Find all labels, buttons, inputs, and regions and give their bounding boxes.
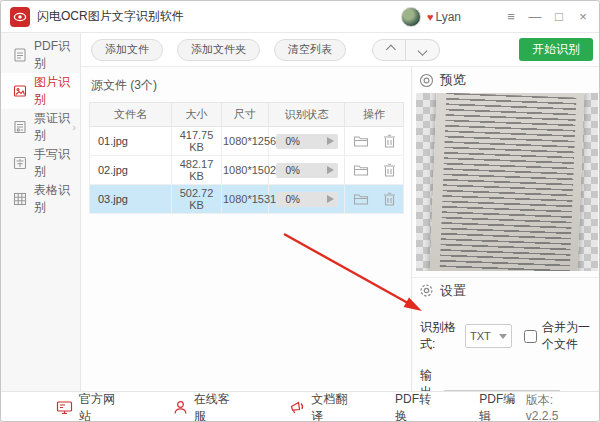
sidebar-item-pdf-recognition[interactable]: PDF识别 <box>1 37 80 73</box>
file-size: 482.17 KB <box>172 156 222 185</box>
sidebar-item-ticket-recognition[interactable]: 票证识别 › <box>1 109 80 145</box>
official-website-link[interactable]: 官方网站 <box>56 391 125 422</box>
format-label: 识别格式: <box>420 319 459 353</box>
clear-list-button[interactable]: 清空列表 <box>274 39 346 61</box>
open-folder-icon[interactable] <box>353 134 369 148</box>
merge-label: 合并为一个文件 <box>542 319 600 353</box>
file-table: 文件名 大小 尺寸 识别状态 操作 01.jpg 417.75 KB 1080*… <box>89 102 404 214</box>
pdf-document-icon <box>12 47 28 63</box>
sidebar-item-image-recognition[interactable]: 图片识别 <box>1 73 80 109</box>
file-dimensions: 1080*1531 <box>222 185 269 214</box>
title-bar: 闪电OCR图片文字识别软件 ♥ Lyan ≡ — □ × <box>1 1 600 33</box>
format-dropdown[interactable]: TXT <box>465 324 512 348</box>
version-label: 版本: v2.2.5 <box>526 392 587 422</box>
table-row[interactable]: 01.jpg 417.75 KB 1080*1256 0% <box>90 127 404 156</box>
document-translate-link[interactable]: 文档翻译 <box>289 391 357 422</box>
delete-trash-icon[interactable] <box>383 163 396 178</box>
vip-heart-icon: ♥ <box>427 11 434 23</box>
open-folder-icon[interactable] <box>353 163 369 177</box>
open-folder-icon[interactable] <box>353 192 369 206</box>
table-row-selected[interactable]: 03.jpg 502.72 KB 1080*1531 0% <box>90 185 404 214</box>
ticket-icon <box>12 119 28 135</box>
sidebar: PDF识别 图片识别 票证识别 › 手写识别 表格识别 <box>1 33 81 391</box>
user-avatar[interactable] <box>401 7 421 27</box>
maximize-button[interactable]: □ <box>547 9 571 24</box>
file-size: 502.72 KB <box>172 185 222 214</box>
gear-icon <box>419 283 434 298</box>
col-dimensions: 尺寸 <box>222 103 269 127</box>
move-down-button[interactable] <box>406 39 440 61</box>
pdf-convert-link[interactable]: PDF转换 <box>395 391 441 422</box>
file-list-area: 源文件 (3个) 文件名 大小 尺寸 识别状态 操作 01.jpg 417.75… <box>81 67 411 391</box>
delete-trash-icon[interactable] <box>383 192 396 207</box>
start-recognition-button[interactable]: 开始识别 <box>519 38 593 61</box>
chevron-up-icon <box>385 45 395 55</box>
person-icon <box>173 400 188 415</box>
minimize-button[interactable]: — <box>523 9 547 24</box>
image-icon <box>12 83 28 99</box>
file-size: 417.75 KB <box>172 127 222 156</box>
col-operations: 操作 <box>345 103 404 127</box>
pdf-edit-link[interactable]: PDF编辑 <box>479 391 525 422</box>
document-photo <box>429 93 584 271</box>
handwriting-icon <box>12 155 28 171</box>
file-dimensions: 1080*1256 <box>222 127 269 156</box>
add-file-button[interactable]: 添加文件 <box>91 39 163 61</box>
file-name: 02.jpg <box>90 156 172 185</box>
preview-eye-icon <box>419 73 434 88</box>
col-size: 大小 <box>172 103 222 127</box>
app-window: 闪电OCR图片文字识别软件 ♥ Lyan ≡ — □ × PDF识别 图片识别 … <box>0 0 600 422</box>
move-up-button[interactable] <box>372 39 406 61</box>
preview-image[interactable] <box>416 93 598 271</box>
settings-header: 设置 <box>412 277 600 303</box>
chevron-right-icon: › <box>72 121 76 133</box>
preview-title: 预览 <box>440 71 466 89</box>
dropdown-caret-icon <box>499 334 507 339</box>
app-title: 闪电OCR图片文字识别软件 <box>37 8 184 25</box>
chevron-down-icon <box>418 46 428 56</box>
add-folder-button[interactable]: 添加文件夹 <box>177 39 260 61</box>
username[interactable]: Lyan <box>435 10 461 24</box>
online-support-link[interactable]: 在线客服 <box>173 391 240 422</box>
table-row[interactable]: 02.jpg 482.17 KB 1080*1502 0% <box>90 156 404 185</box>
megaphone-icon <box>289 400 305 415</box>
preview-header: 预览 <box>412 67 600 93</box>
play-icon[interactable] <box>327 195 334 203</box>
monitor-icon <box>56 400 73 415</box>
file-name: 03.jpg <box>90 185 172 214</box>
delete-trash-icon[interactable] <box>383 134 396 149</box>
right-panel: 预览 设置 识别格式: TXT 合并为一个文件 输出目录 ··· <box>411 67 600 391</box>
progress-bar: 0% <box>276 192 338 207</box>
format-value: TXT <box>470 330 491 342</box>
col-filename: 文件名 <box>90 103 172 127</box>
footer-bar: 官方网站 在线客服 文档翻译 PDF转换 PDF编辑 版本: v2.2.5 <box>1 391 600 422</box>
source-files-label: 源文件 (3个) <box>81 67 411 102</box>
app-logo-icon <box>10 7 30 27</box>
close-button[interactable]: × <box>571 9 595 24</box>
toolbar: 添加文件 添加文件夹 清空列表 开始识别 <box>81 33 600 67</box>
merge-checkbox[interactable] <box>524 330 537 343</box>
col-status: 识别状态 <box>269 103 345 127</box>
settings-title: 设置 <box>440 282 466 300</box>
sidebar-item-table-recognition[interactable]: 表格识别 <box>1 181 80 217</box>
file-dimensions: 1080*1502 <box>222 156 269 185</box>
file-name: 01.jpg <box>90 127 172 156</box>
play-icon[interactable] <box>327 166 334 174</box>
sidebar-item-handwriting-recognition[interactable]: 手写识别 <box>1 145 80 181</box>
menu-icon[interactable]: ≡ <box>499 9 523 24</box>
table-grid-icon <box>12 191 28 207</box>
play-icon[interactable] <box>327 137 334 145</box>
progress-bar: 0% <box>276 163 338 178</box>
progress-bar: 0% <box>276 134 338 149</box>
